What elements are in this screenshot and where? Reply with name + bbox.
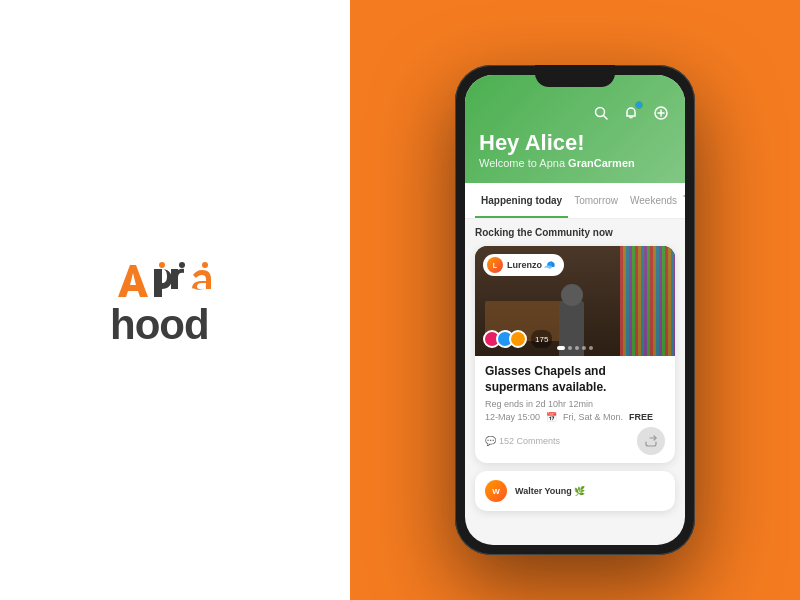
phone-wrapper: Hey Alice! Welcome to Apna GranCarmen Ha… <box>455 65 695 555</box>
app-content: Rocking the Community now <box>465 219 685 519</box>
svg-point-0 <box>202 262 208 268</box>
card-comments-row: 💬 152 Comments <box>485 427 665 455</box>
free-badge: FREE <box>629 412 653 422</box>
card-body: Glasses Chapels and supermans available.… <box>475 356 675 463</box>
phone-screen: Hey Alice! Welcome to Apna GranCarmen Ha… <box>465 75 685 545</box>
add-icon[interactable] <box>651 103 671 123</box>
preview-avatar: W <box>485 480 507 502</box>
filter-icon[interactable] <box>683 193 685 209</box>
card-date: 12-May 15:00 <box>485 412 540 422</box>
attendee-count: 175 <box>531 330 552 348</box>
card-details: 12-May 15:00 📅 Fri, Sat & Mon. FREE <box>485 412 665 422</box>
phone-notch <box>535 65 615 87</box>
card-username: Lurenzo 🧢 <box>507 260 556 270</box>
tab-bar: Happening today Tomorrow Weekends <box>465 183 685 219</box>
card-image: L Lurenzo 🧢 <box>475 246 675 356</box>
svg-point-2 <box>179 262 185 268</box>
comment-icon: 💬 <box>485 436 496 446</box>
app-header: Hey Alice! Welcome to Apna GranCarmen <box>465 75 685 183</box>
dot-5 <box>589 346 593 350</box>
logo-hood-text: hood <box>110 304 209 346</box>
card-title: Glasses Chapels and supermans available. <box>485 364 665 395</box>
tab-tomorrow[interactable]: Tomorrow <box>568 183 624 218</box>
section-title: Rocking the Community now <box>475 227 675 238</box>
image-indicators <box>557 346 593 350</box>
logo-container: hood <box>110 255 240 346</box>
svg-line-4 <box>604 116 608 120</box>
event-card[interactable]: L Lurenzo 🧢 <box>475 246 675 463</box>
attendee-avatar-3 <box>509 330 527 348</box>
comment-count: 152 Comments <box>499 436 560 446</box>
left-panel: hood <box>0 0 350 600</box>
greeting-text: Hey Alice! <box>479 131 671 155</box>
phone-outer: Hey Alice! Welcome to Apna GranCarmen Ha… <box>455 65 695 555</box>
calendar-icon: 📅 <box>546 412 557 422</box>
card-user-tag: L Lurenzo 🧢 <box>483 254 564 276</box>
attendee-avatars: 175 <box>483 330 552 348</box>
dot-4 <box>582 346 586 350</box>
search-icon[interactable] <box>591 103 611 123</box>
dot-2 <box>568 346 572 350</box>
card-days: Fri, Sat & Mon. <box>563 412 623 422</box>
hanging-items <box>620 246 675 356</box>
card-reg-ends: Reg ends in 2d 10hr 12min <box>485 399 665 409</box>
preview-username: Walter Young 🌿 <box>515 486 585 496</box>
right-panel: Hey Alice! Welcome to Apna GranCarmen Ha… <box>350 0 800 600</box>
notification-icon[interactable] <box>621 103 641 123</box>
welcome-sub: Welcome to Apna GranCarmen <box>479 157 671 169</box>
preview-card[interactable]: W Walter Young 🌿 <box>475 471 675 511</box>
tab-happening-today[interactable]: Happening today <box>475 183 568 218</box>
tab-weekends[interactable]: Weekends <box>624 183 683 218</box>
svg-point-1 <box>159 262 165 268</box>
dot-1 <box>557 346 565 350</box>
dot-3 <box>575 346 579 350</box>
avatar-stack <box>483 330 527 348</box>
share-button[interactable] <box>637 427 665 455</box>
header-icons-row <box>479 103 671 123</box>
card-user-avatar: L <box>487 257 503 273</box>
